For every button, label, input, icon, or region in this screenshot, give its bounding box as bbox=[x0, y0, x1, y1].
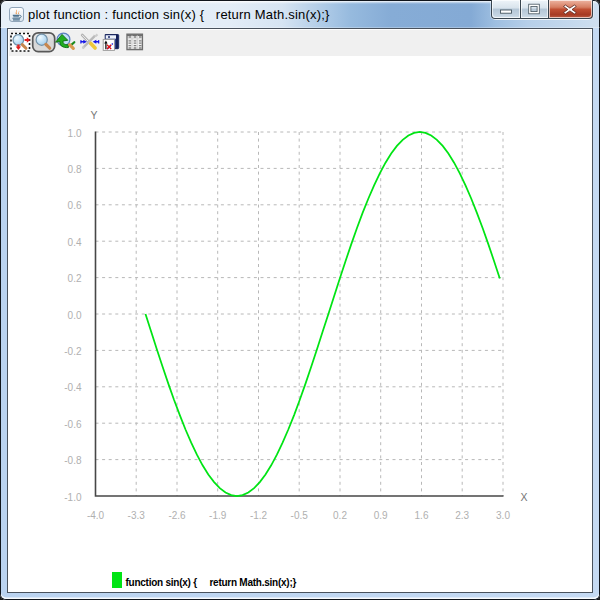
svg-text:2.3: 2.3 bbox=[455, 510, 469, 521]
svg-text:-0.8: -0.8 bbox=[64, 455, 82, 466]
svg-text:-3.3: -3.3 bbox=[128, 510, 146, 521]
svg-text:0.9: 0.9 bbox=[374, 510, 388, 521]
svg-text:0.2: 0.2 bbox=[333, 510, 347, 521]
svg-text:-0.2: -0.2 bbox=[64, 346, 82, 357]
svg-text:0.6: 0.6 bbox=[68, 200, 82, 211]
svg-text:-0.4: -0.4 bbox=[64, 382, 82, 393]
svg-text:-1.9: -1.9 bbox=[209, 510, 227, 521]
svg-text:X: X bbox=[521, 491, 528, 503]
svg-text:-1.0: -1.0 bbox=[64, 492, 82, 503]
svg-text:0.4: 0.4 bbox=[68, 237, 82, 248]
svg-text:1.6: 1.6 bbox=[415, 510, 429, 521]
svg-text:-0.6: -0.6 bbox=[64, 419, 82, 430]
svg-text:-0.5: -0.5 bbox=[291, 510, 309, 521]
svg-text:3.0: 3.0 bbox=[496, 510, 510, 521]
svg-text:-2.6: -2.6 bbox=[168, 510, 186, 521]
svg-text:0.8: 0.8 bbox=[68, 164, 82, 175]
svg-text:0.2: 0.2 bbox=[68, 273, 82, 284]
svg-text:-4.0: -4.0 bbox=[87, 510, 105, 521]
svg-text:Y: Y bbox=[91, 109, 98, 121]
svg-text:1.0: 1.0 bbox=[68, 128, 82, 139]
svg-text:-1.2: -1.2 bbox=[250, 510, 268, 521]
svg-text:0.0: 0.0 bbox=[68, 310, 82, 321]
